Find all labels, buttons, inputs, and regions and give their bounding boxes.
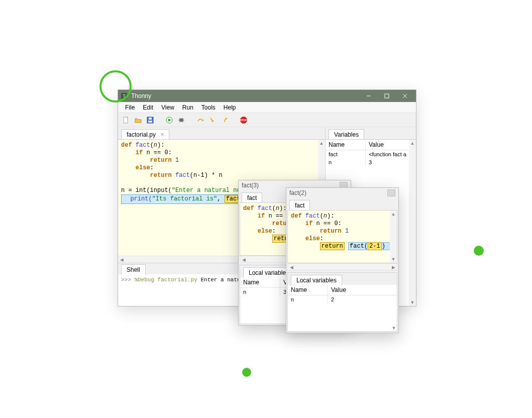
scroll-down-icon[interactable]: ▼ bbox=[390, 325, 397, 332]
code-token: n == 0 bbox=[146, 149, 168, 156]
maximize-button[interactable] bbox=[378, 90, 396, 101]
popup-code-editor[interactable]: def fact(n): if n == 0: return 1 else: r… bbox=[287, 210, 397, 263]
variable-value: <function fact a bbox=[366, 150, 416, 158]
svg-marker-17 bbox=[211, 121, 214, 122]
svg-marker-18 bbox=[226, 118, 227, 120]
local-variable-row[interactable]: n 2 bbox=[288, 295, 397, 303]
scroll-left-icon[interactable]: ◀ bbox=[118, 256, 125, 263]
return-highlight: return bbox=[320, 242, 345, 250]
locals-header-name[interactable]: Name bbox=[288, 285, 328, 295]
svg-text:STOP: STOP bbox=[240, 119, 247, 122]
menu-file[interactable]: File bbox=[121, 103, 139, 112]
svg-rect-3 bbox=[385, 94, 389, 98]
minimize-button[interactable] bbox=[360, 90, 378, 101]
tab-variables[interactable]: Variables bbox=[329, 129, 364, 140]
svg-rect-9 bbox=[148, 121, 152, 123]
decor-dot bbox=[474, 246, 484, 256]
locals-header-value[interactable]: Value bbox=[328, 285, 397, 295]
menu-edit[interactable]: Edit bbox=[139, 103, 157, 112]
step-over-icon[interactable] bbox=[195, 115, 205, 125]
local-variables-panel: Local variables Name Value n 2 ▼ bbox=[287, 272, 397, 332]
popup-tab-strip: fact bbox=[286, 198, 398, 210]
scroll-up-icon[interactable]: ▲ bbox=[409, 140, 416, 147]
titlebar[interactable]: T Thonny bbox=[118, 90, 416, 102]
variable-value: 3 bbox=[366, 158, 416, 166]
popup-code-tab-label: fact bbox=[247, 194, 257, 201]
shell-prompt: >>> bbox=[121, 277, 134, 283]
variable-row[interactable]: fact <function fact a bbox=[326, 150, 416, 158]
decor-dot bbox=[242, 368, 251, 377]
locals-tab-label: Local variables bbox=[296, 277, 337, 284]
svg-rect-8 bbox=[149, 118, 152, 120]
scroll-up-icon[interactable]: ▲ bbox=[318, 140, 325, 147]
tab-close-icon[interactable]: × bbox=[160, 131, 164, 138]
variables-tab-strip: Variables bbox=[326, 127, 416, 139]
code-token: 1 bbox=[175, 157, 179, 164]
scroll-right-icon[interactable]: ▶ bbox=[390, 264, 397, 271]
debug-icon[interactable] bbox=[176, 115, 186, 125]
popup-title-text: fact(2) bbox=[289, 189, 306, 196]
menubar: File Edit View Run Tools Help bbox=[118, 102, 416, 113]
scroll-down-icon[interactable]: ▼ bbox=[390, 256, 397, 263]
stop-icon[interactable]: STOP bbox=[239, 115, 249, 125]
call-stack-window-fact2[interactable]: fact(2) fact def fact(n): if n == 0: ret… bbox=[286, 187, 399, 333]
decor-circle bbox=[99, 70, 132, 102]
step-into-icon[interactable] bbox=[207, 115, 218, 125]
menu-run[interactable]: Run bbox=[178, 103, 197, 112]
step-out-icon[interactable] bbox=[220, 115, 230, 125]
shell-command: %Debug factorial.py bbox=[134, 277, 197, 283]
run-icon[interactable] bbox=[164, 115, 174, 125]
save-icon[interactable] bbox=[145, 115, 155, 125]
local-variable-name: n bbox=[240, 288, 280, 296]
code-token: print( bbox=[130, 195, 152, 202]
popup-titlebar[interactable]: fact(2) bbox=[286, 188, 398, 198]
code-token: else bbox=[136, 164, 150, 171]
variables-vscrollbar[interactable]: ▲ ▼ bbox=[409, 140, 416, 306]
tab-factorial[interactable]: factorial.py × bbox=[121, 129, 169, 140]
code-token: if bbox=[136, 149, 143, 156]
code-token: fact bbox=[175, 172, 190, 179]
scroll-up-icon[interactable]: ▲ bbox=[390, 211, 397, 218]
open-file-icon[interactable] bbox=[133, 115, 143, 125]
tab-fact[interactable]: fact bbox=[242, 192, 262, 203]
variable-name: n bbox=[326, 158, 366, 166]
scroll-left-icon[interactable]: ◀ bbox=[288, 264, 295, 271]
code-token: fact bbox=[136, 142, 150, 149]
menu-help[interactable]: Help bbox=[220, 103, 240, 112]
popup-code-tab-label: fact bbox=[295, 202, 304, 209]
code-token: (n-1) * n bbox=[190, 172, 223, 179]
close-button[interactable] bbox=[396, 90, 414, 101]
locals-header-name[interactable]: Name bbox=[240, 277, 280, 287]
popup-title-text: fact(3) bbox=[242, 182, 259, 189]
shell-tab-label: Shell bbox=[127, 266, 140, 273]
code-token: , bbox=[217, 195, 224, 202]
menu-tools[interactable]: Tools bbox=[197, 103, 220, 112]
code-token: return bbox=[150, 157, 172, 164]
code-token: return bbox=[150, 172, 172, 179]
tab-label: factorial.py bbox=[127, 131, 156, 138]
code-token: "Its factorial is" bbox=[152, 195, 218, 202]
variables-header-name[interactable]: Name bbox=[326, 140, 366, 150]
code-token: def bbox=[121, 142, 132, 149]
menu-view[interactable]: View bbox=[157, 103, 178, 112]
popup-vscrollbar[interactable]: ▲ ▼ bbox=[390, 211, 397, 263]
variables-tab-label: Variables bbox=[334, 131, 359, 138]
variable-name: fact bbox=[326, 150, 366, 158]
tab-shell[interactable]: Shell bbox=[121, 264, 146, 275]
tab-fact[interactable]: fact bbox=[289, 200, 310, 211]
local-variable-value: 2 bbox=[328, 295, 397, 303]
scroll-left-icon[interactable]: ◀ bbox=[240, 256, 247, 263]
popup-close-icon[interactable] bbox=[387, 189, 395, 196]
new-file-icon[interactable] bbox=[121, 115, 131, 125]
tab-local-variables[interactable]: Local variables bbox=[291, 275, 342, 285]
toolbar: STOP bbox=[118, 113, 416, 127]
code-token: n = int(input( bbox=[121, 187, 172, 194]
locals-tab-label: Local variables bbox=[249, 269, 289, 276]
scroll-down-icon[interactable]: ▼ bbox=[409, 299, 416, 306]
inner-expr-highlight: 2-1 bbox=[368, 242, 382, 250]
variable-row[interactable]: n 3 bbox=[326, 158, 416, 166]
popup-hscrollbar[interactable]: ◀ ▶ bbox=[287, 263, 397, 270]
variables-header-value[interactable]: Value bbox=[366, 140, 416, 150]
local-variable-name: n bbox=[288, 295, 328, 303]
editor-tab-strip: factorial.py × bbox=[118, 127, 325, 139]
